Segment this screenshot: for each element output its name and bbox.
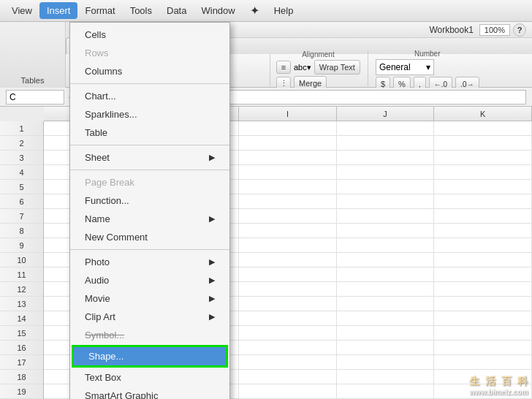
menu-spark-icon[interactable]: ✦ [243, 1, 267, 20]
cell-j3[interactable] [337, 151, 435, 165]
name-box[interactable] [6, 90, 64, 104]
cell-k15[interactable] [434, 326, 532, 341]
cell-j19[interactable] [337, 384, 435, 399]
align-left-btn[interactable]: ≡ [276, 61, 291, 74]
cell-i5[interactable] [239, 180, 337, 194]
cell-k1[interactable] [434, 121, 532, 136]
menu-view[interactable]: View [4, 2, 39, 19]
row-9: 9 [0, 238, 43, 253]
cell-j5[interactable] [337, 180, 435, 194]
menu-item-movie[interactable]: Movie ▶ [70, 289, 229, 308]
menu-item-name[interactable]: Name ▶ [70, 210, 229, 228]
cell-i11[interactable] [239, 267, 337, 282]
row-13: 13 [0, 297, 43, 311]
wrap-text-btn[interactable]: Wrap Text [314, 60, 360, 75]
row-18: 18 [0, 370, 43, 384]
cell-i13[interactable] [239, 297, 337, 311]
cell-j14[interactable] [337, 311, 435, 326]
cell-j18[interactable] [337, 370, 435, 384]
cell-i19[interactable] [239, 384, 337, 399]
cell-k11[interactable] [434, 267, 532, 282]
cell-k18[interactable] [434, 370, 532, 384]
cell-j8[interactable] [337, 224, 435, 238]
menu-item-text-box[interactable]: Text Box [70, 368, 229, 387]
cell-k3[interactable] [434, 151, 532, 165]
divider-4 [70, 249, 229, 250]
cell-k13[interactable] [434, 297, 532, 311]
menu-format[interactable]: Format [77, 2, 122, 19]
cell-i18[interactable] [239, 370, 337, 384]
cell-k12[interactable] [434, 282, 532, 297]
cell-i16[interactable] [239, 341, 337, 355]
cell-j11[interactable] [337, 267, 435, 282]
cell-k14[interactable] [434, 311, 532, 326]
menu-tools[interactable]: Tools [123, 2, 159, 19]
cell-j10[interactable] [337, 253, 435, 267]
cell-k9[interactable] [434, 238, 532, 253]
cell-i8[interactable] [239, 224, 337, 238]
cell-i15[interactable] [239, 326, 337, 341]
cell-i6[interactable] [239, 194, 337, 209]
cell-j16[interactable] [337, 341, 435, 355]
cell-j17[interactable] [337, 355, 435, 370]
cell-k8[interactable] [434, 224, 532, 238]
menu-item-clip-art[interactable]: Clip Art ▶ [70, 308, 229, 326]
cell-k5[interactable] [434, 180, 532, 194]
movie-arrow: ▶ [209, 294, 215, 303]
cell-j6[interactable] [337, 194, 435, 209]
row-19: 19 [0, 384, 43, 399]
cell-j13[interactable] [337, 297, 435, 311]
menu-data[interactable]: Data [159, 2, 194, 19]
menu-item-smartart[interactable]: SmartArt Graphic [70, 387, 229, 399]
menu-window[interactable]: Window [194, 2, 242, 19]
cell-j12[interactable] [337, 282, 435, 297]
cell-k19[interactable] [434, 384, 532, 399]
menu-item-new-comment[interactable]: New Comment [70, 228, 229, 246]
menu-help[interactable]: Help [267, 2, 301, 19]
cell-j9[interactable] [337, 238, 435, 253]
cell-k6[interactable] [434, 194, 532, 209]
cell-i9[interactable] [239, 238, 337, 253]
menu-item-table[interactable]: Table [70, 123, 229, 142]
row-17: 17 [0, 355, 43, 370]
menu-item-shape[interactable]: Shape... [74, 347, 226, 365]
cell-k10[interactable] [434, 253, 532, 267]
zoom-box[interactable]: 100% [479, 24, 510, 36]
cell-i14[interactable] [239, 311, 337, 326]
menu-item-page-break: Page Break [70, 173, 229, 191]
menu-item-audio[interactable]: Audio ▶ [70, 271, 229, 289]
cell-i17[interactable] [239, 355, 337, 370]
cell-j4[interactable] [337, 165, 435, 180]
audio-arrow: ▶ [209, 276, 215, 285]
menu-item-photo[interactable]: Photo ▶ [70, 253, 229, 271]
menu-item-cells[interactable]: Cells [70, 26, 229, 44]
cell-j2[interactable] [337, 136, 435, 151]
row-11: 11 [0, 267, 43, 282]
menu-item-chart[interactable]: Chart... [70, 87, 229, 105]
menu-item-sparklines[interactable]: Sparklines... [70, 105, 229, 123]
cell-k16[interactable] [434, 341, 532, 355]
cell-j15[interactable] [337, 326, 435, 341]
menu-item-function[interactable]: Function... [70, 191, 229, 210]
menu-item-sheet[interactable]: Sheet ▶ [70, 148, 229, 167]
menu-item-columns[interactable]: Columns [70, 62, 229, 80]
cell-i1[interactable] [239, 121, 337, 136]
photo-arrow: ▶ [209, 257, 215, 267]
cell-k4[interactable] [434, 165, 532, 180]
cell-i12[interactable] [239, 282, 337, 297]
cell-k7[interactable] [434, 209, 532, 224]
cell-j7[interactable] [337, 209, 435, 224]
cell-i10[interactable] [239, 253, 337, 267]
cell-i2[interactable] [239, 136, 337, 151]
cell-j1[interactable] [337, 121, 435, 136]
help-icon[interactable]: ? [513, 23, 526, 37]
cell-k2[interactable] [434, 136, 532, 151]
cell-i4[interactable] [239, 165, 337, 180]
cell-i3[interactable] [239, 151, 337, 165]
alignment-label: Alignment [276, 50, 360, 58]
cell-i7[interactable] [239, 209, 337, 224]
menu-insert[interactable]: Insert [39, 2, 78, 19]
general-box[interactable]: General ▾ [376, 59, 434, 75]
menu-item-symbol[interactable]: Symbol... [70, 326, 229, 344]
cell-k17[interactable] [434, 355, 532, 370]
